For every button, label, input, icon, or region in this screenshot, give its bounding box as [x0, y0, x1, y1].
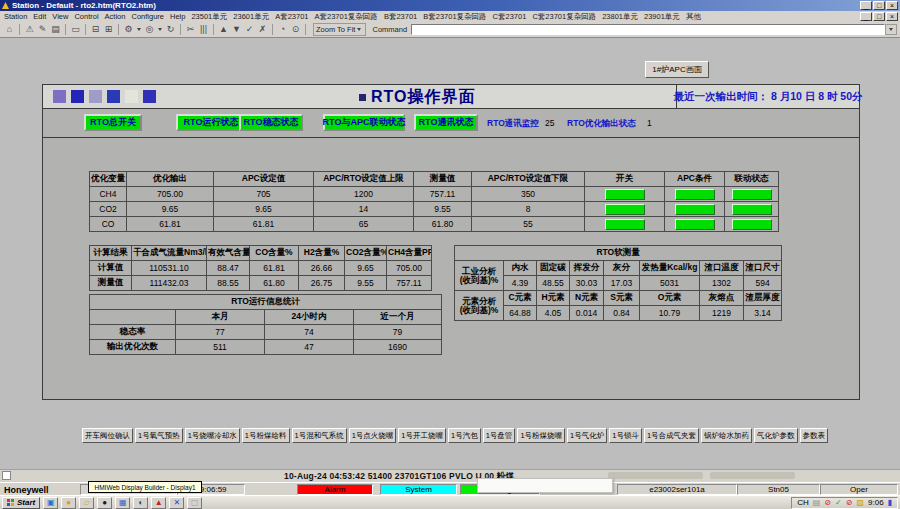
- menu-a-23701[interactable]: A套23701: [275, 12, 308, 22]
- menu-a-23701-loops[interactable]: A套23701复杂回路: [315, 12, 378, 22]
- cut-icon[interactable]: ✂: [185, 23, 196, 36]
- quicklaunch-media-icon[interactable]: ●: [97, 497, 112, 509]
- col-header: 渣口温度: [700, 261, 744, 276]
- cancel-icon[interactable]: ✗: [257, 23, 268, 36]
- printer-icon[interactable]: ▤: [813, 498, 821, 508]
- menu-unit-23901[interactable]: 23901单元: [644, 12, 680, 22]
- footer-button-syngas-jacket[interactable]: 1号合成气夹套: [644, 428, 699, 443]
- cell: 77: [176, 325, 265, 340]
- footer-button-startup-burner[interactable]: 1号开工烧嘴: [398, 428, 446, 443]
- footer-button-coil[interactable]: 1号盘管: [483, 428, 516, 443]
- menu-edit[interactable]: Edit: [33, 12, 46, 21]
- footer-button-bfw-dosing[interactable]: 锅炉给水加药: [701, 428, 752, 443]
- rto-comm-status-button[interactable]: RTO通讯状态: [414, 114, 478, 131]
- furnace1-apc-screen-button[interactable]: 1#炉APC画面: [645, 61, 709, 78]
- footer-button-coal-feed[interactable]: 1号粉煤给料: [242, 428, 290, 443]
- switch-indicator[interactable]: [605, 219, 645, 230]
- menu-view[interactable]: View: [52, 12, 68, 21]
- history-icon[interactable]: ◔: [277, 23, 288, 36]
- minimize-button[interactable]: _: [860, 1, 872, 10]
- zoom-select[interactable]: Zoom To Fit: [313, 23, 366, 36]
- child-minimize-button[interactable]: _: [860, 12, 872, 21]
- start-flag-icon: [7, 499, 14, 506]
- settings-icon[interactable]: ⚙: [123, 23, 134, 36]
- child-close-button[interactable]: ×: [886, 12, 898, 21]
- rto-master-switch-button[interactable]: RTO总开关: [84, 114, 142, 131]
- menu-unit-23501[interactable]: 23501单元: [191, 12, 227, 22]
- confirm-icon[interactable]: ✓: [244, 23, 255, 36]
- menu-unit-23801[interactable]: 23801单元: [602, 12, 638, 22]
- rto-steady-status-button[interactable]: RTO稳态状态: [239, 114, 303, 131]
- cell: 757.11: [387, 276, 432, 291]
- rto-apc-link-status-button[interactable]: RTO与APC联动状态: [323, 114, 405, 131]
- ack-icon[interactable]: ✎: [37, 23, 48, 36]
- rto-run-status-button[interactable]: RTO运行状态: [176, 114, 246, 131]
- menu-configure[interactable]: Configure: [131, 12, 164, 21]
- start-button[interactable]: Start: [2, 497, 40, 509]
- refresh-icon[interactable]: ↻: [165, 23, 176, 36]
- footer-button-coal-burner[interactable]: 1号粉煤烧嘴: [517, 428, 565, 443]
- blocked-icon[interactable]: ⊘: [824, 498, 831, 508]
- display-icon[interactable]: ▭: [70, 23, 81, 36]
- menu-help[interactable]: Help: [170, 12, 185, 21]
- home-icon[interactable]: ⌂: [4, 23, 15, 36]
- close-button[interactable]: ×: [886, 1, 898, 10]
- color-square-icon: [89, 90, 102, 103]
- footer-button-burner-cooling[interactable]: 1号烧嘴冷却水: [185, 428, 240, 443]
- sync-ok-icon[interactable]: ✓: [835, 498, 842, 508]
- child-restore-button[interactable]: □: [873, 12, 885, 21]
- updates-icon[interactable]: ▨: [856, 498, 864, 508]
- footer-button-lock-hopper[interactable]: 1号锁斗: [609, 428, 642, 443]
- settings-dropdown-icon[interactable]: [137, 28, 141, 31]
- search-icon[interactable]: ⊙: [290, 23, 301, 36]
- command-dropdown-button[interactable]: [885, 24, 897, 35]
- menu-other[interactable]: 其他: [686, 12, 701, 22]
- footer-button-mixed-gas[interactable]: 1号混和气系统: [292, 428, 347, 443]
- menu-b-23701[interactable]: B套23701: [384, 12, 417, 22]
- quicklaunch-globe-icon[interactable]: ◐: [133, 497, 148, 509]
- menu-c-23701-loops[interactable]: C套23701复杂回路: [532, 12, 596, 22]
- detach-icon[interactable]: ◎: [144, 23, 155, 36]
- switch-indicator[interactable]: [605, 189, 645, 200]
- col-header: H元素: [537, 291, 570, 306]
- window-titlebar[interactable]: Station - Default - rto2.htm(RTO2.htm) _…: [0, 0, 900, 11]
- print-icon[interactable]: ▤: [50, 23, 61, 36]
- system-status-button[interactable]: System: [380, 484, 457, 495]
- menu-action[interactable]: Action: [105, 12, 126, 21]
- menu-c-23701[interactable]: C套23701: [493, 12, 527, 22]
- switch-indicator[interactable]: [605, 204, 645, 215]
- quicklaunch-display-monitor-icon[interactable]: ▣: [43, 497, 58, 509]
- alarm-summary-button[interactable]: Alarm: [297, 484, 373, 495]
- menu-control[interactable]: Control: [74, 12, 98, 21]
- footer-button-gasifier-params[interactable]: 气化炉参数: [754, 428, 798, 443]
- quicklaunch-red-app-icon[interactable]: ▲: [151, 497, 166, 509]
- quicklaunch-color-ball-icon[interactable]: ●: [61, 497, 76, 509]
- command-input[interactable]: [411, 24, 885, 35]
- table-row: CO2 9.65 9.65 14 9.55 8: [90, 202, 779, 217]
- prev-display-icon[interactable]: ⊟: [90, 23, 101, 36]
- quicklaunch-grid-app-icon[interactable]: ▦: [115, 497, 130, 509]
- footer-button-param-table[interactable]: 参数表: [800, 428, 829, 443]
- footer-button-oxygen-preheat[interactable]: 1号氧气预热: [135, 428, 183, 443]
- error-icon[interactable]: ⊘: [846, 498, 853, 508]
- detach-dropdown-icon[interactable]: [158, 28, 162, 31]
- menu-station[interactable]: Station: [4, 12, 27, 21]
- alarm-icon[interactable]: ⚠: [24, 23, 35, 36]
- footer-button-ignition-burner[interactable]: 1号点火烧嘴: [349, 428, 397, 443]
- footer-button-gasifier[interactable]: 1号气化炉: [567, 428, 607, 443]
- quicklaunch-folder-icon[interactable]: ▱: [79, 497, 94, 509]
- footer-button-valve-confirm[interactable]: 开车阀位确认: [82, 428, 133, 443]
- network-icon[interactable]: ▮: [888, 498, 892, 508]
- lower-icon[interactable]: ▼: [231, 23, 242, 36]
- footer-button-steam-drum[interactable]: 1号汽包: [448, 428, 481, 443]
- trend-icon[interactable]: |||: [198, 23, 209, 36]
- menu-b-23701-loops[interactable]: B套23701复杂回路: [423, 12, 486, 22]
- restore-button[interactable]: □: [873, 1, 885, 10]
- quicklaunch-gray-app-icon[interactable]: ▢: [187, 497, 202, 509]
- quicklaunch-blue-x-app-icon[interactable]: ✕: [169, 497, 184, 509]
- next-display-icon[interactable]: ⊞: [103, 23, 114, 36]
- tray-language[interactable]: CH: [797, 498, 809, 507]
- raise-icon[interactable]: ▲: [218, 23, 229, 36]
- menu-unit-23601[interactable]: 23601单元: [233, 12, 269, 22]
- table-row: CO 61.81 61.81 65 61.80 55: [90, 217, 779, 232]
